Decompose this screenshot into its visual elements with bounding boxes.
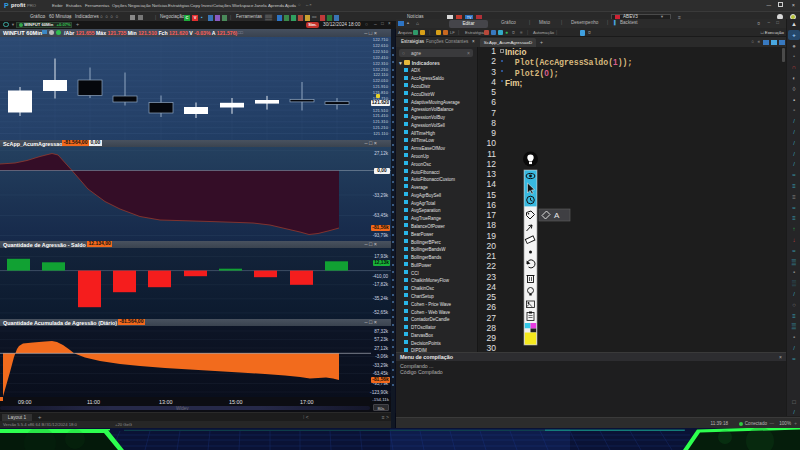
- svg-text:A: A: [554, 211, 560, 220]
